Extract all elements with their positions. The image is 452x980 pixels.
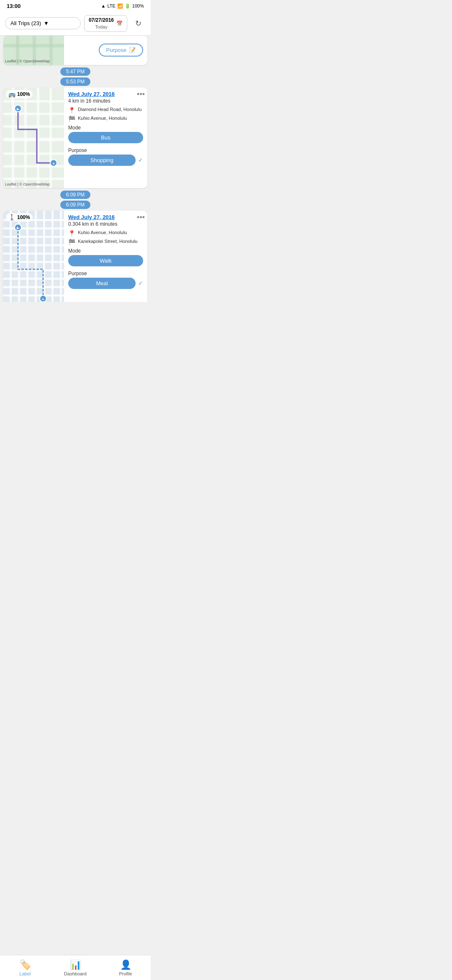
purpose-button-walk[interactable]: Meal: [68, 278, 136, 289]
svg-text:●: ●: [42, 297, 44, 301]
to-location-walk: 🏁 Kanekapolei Street, Honolulu: [68, 238, 143, 245]
trip-date-bus[interactable]: Wed July 27, 2016: [68, 91, 143, 97]
purpose-button-bus[interactable]: Shopping: [68, 155, 136, 166]
date-value: 07/27/2016: [89, 17, 114, 24]
more-button-bus[interactable]: •••: [137, 90, 145, 99]
time-609: 6:09 PM: [60, 191, 91, 199]
wifi-icon: ▲: [101, 3, 106, 8]
time-badge-609b: 6:09 PM: [0, 201, 151, 208]
refresh-icon: ↻: [135, 19, 141, 28]
signal-icon: 📶: [117, 3, 123, 9]
svg-rect-30: [3, 286, 64, 288]
purpose-label-top: Purpose: [106, 47, 126, 53]
svg-rect-40: [60, 211, 62, 302]
purpose-row-bus: Shopping ✓: [68, 155, 143, 166]
time-553: 5:53 PM: [60, 77, 91, 86]
purpose-button-top[interactable]: Purpose 📝: [99, 44, 143, 57]
to-text-bus: Kuhio Avenue, Honolulu: [78, 115, 127, 121]
svg-rect-4: [49, 36, 53, 65]
check-icon-walk: ✓: [138, 280, 143, 286]
svg-rect-36: [26, 211, 28, 302]
trip-card-bus: ▶ ● 🚌 100% Leaflet | © OpenStreetMap •••…: [3, 88, 147, 188]
svg-rect-25: [3, 244, 64, 246]
svg-rect-16: [49, 88, 52, 188]
to-location-bus: 🏁 Kuhio Avenue, Honolulu: [68, 115, 143, 122]
svg-rect-24: [3, 236, 64, 238]
dest-icon-bus: 🏁: [68, 116, 75, 122]
date-box[interactable]: 07/27/2016 Today 📅: [84, 15, 127, 32]
from-text-walk: Kuhio Avenue, Honolulu: [78, 230, 127, 235]
mode-label-walk: Mode: [68, 248, 143, 254]
partial-info: Purpose 📝: [64, 36, 147, 65]
today-label: Today: [89, 24, 114, 30]
svg-rect-34: [10, 211, 12, 302]
check-icon-bus: ✓: [138, 157, 143, 163]
svg-rect-37: [35, 211, 37, 302]
bus-icon: 🚌: [8, 91, 15, 98]
status-bar: 13:00 ▲ LTE 📶 🔋 100%: [0, 0, 151, 12]
status-icons: ▲ LTE 📶 🔋 100%: [101, 3, 144, 9]
mode-badge-bus: 🚌 100%: [6, 90, 33, 98]
time-badge-553: 5:53 PM: [0, 77, 151, 85]
trip-distance-walk: 0.304 km in 6 minutes: [68, 221, 143, 227]
trips-label: All Trips (23): [10, 20, 41, 26]
svg-text:●: ●: [53, 162, 55, 165]
svg-text:▶: ▶: [17, 226, 20, 230]
svg-rect-21: [3, 211, 64, 302]
mode-badge-walk: 🚶 100%: [6, 213, 33, 222]
from-location-walk: 📍 Kuhio Avenue, Honolulu: [68, 230, 143, 237]
chevron-down-icon: ▼: [44, 20, 49, 26]
map-attr-bus: Leaflet | © OpenStreetMap: [5, 182, 50, 186]
purpose-row-walk: Meal ✓: [68, 278, 143, 289]
svg-rect-13: [12, 88, 14, 188]
svg-rect-29: [3, 278, 64, 280]
date-text: 07/27/2016 Today: [89, 17, 114, 30]
dest-icon-walk: 🏁: [68, 239, 75, 245]
svg-rect-23: [3, 227, 64, 230]
scroll-content: Leaflet | © OpenStreetMap Purpose 📝 5:47…: [0, 36, 151, 302]
map-attribution: Leaflet | © OpenStreetMap: [5, 59, 50, 63]
partial-map: Leaflet | © OpenStreetMap: [3, 36, 64, 65]
walk-percent: 100%: [17, 214, 30, 220]
trip-distance-bus: 4 km in 16 minutes: [68, 98, 143, 104]
purpose-label-walk: Purpose: [68, 271, 143, 276]
svg-rect-38: [43, 211, 45, 302]
from-text-bus: Diamond Head Road, Honolulu: [78, 106, 141, 112]
battery-icon: 🔋: [125, 3, 131, 9]
calendar-icon: 📅: [116, 21, 123, 26]
mode-button-bus[interactable]: Bus: [68, 132, 143, 143]
trip-date-walk[interactable]: Wed July 27, 2016: [68, 214, 143, 220]
battery-percent: 100%: [132, 3, 144, 8]
svg-rect-26: [3, 253, 64, 255]
svg-rect-27: [3, 261, 64, 263]
bus-percent: 100%: [17, 91, 30, 97]
map-section-bus: ▶ ● 🚌 100% Leaflet | © OpenStreetMap: [3, 88, 64, 188]
map-section-walk: ▶ ● 🚶 100% Leaflet | © OpenStreetMap: [3, 211, 64, 302]
origin-icon-walk: 📍: [68, 230, 75, 237]
time-609b: 6:09 PM: [60, 201, 91, 209]
to-text-walk: Kanekapolei Street, Honolulu: [78, 238, 137, 244]
origin-icon-bus: 📍: [68, 107, 75, 113]
refresh-button[interactable]: ↻: [131, 16, 146, 31]
partial-card-top: Leaflet | © OpenStreetMap Purpose 📝: [3, 36, 147, 65]
trips-dropdown[interactable]: All Trips (23) ▼: [5, 17, 81, 29]
info-section-walk: ••• Wed July 27, 2016 0.304 km in 6 minu…: [64, 211, 147, 302]
svg-rect-39: [51, 211, 54, 302]
purpose-edit-icon: 📝: [129, 47, 136, 53]
time-badge-609: 6:09 PM: [0, 191, 151, 198]
trip-card-walk: ▶ ● 🚶 100% Leaflet | © OpenStreetMap •••…: [3, 211, 147, 302]
more-button-walk[interactable]: •••: [137, 213, 145, 222]
info-section-bus: ••• Wed July 27, 2016 4 km in 16 minutes…: [64, 88, 147, 188]
from-location-bus: 📍 Diamond Head Road, Honolulu: [68, 106, 143, 113]
time-547: 5:47 PM: [60, 67, 91, 76]
svg-rect-14: [24, 88, 27, 188]
mode-button-walk[interactable]: Walk: [68, 255, 143, 266]
status-time: 13:00: [7, 3, 21, 9]
mode-label-bus: Mode: [68, 125, 143, 131]
time-badge-547: 5:47 PM: [0, 67, 151, 75]
svg-text:▶: ▶: [17, 107, 20, 111]
svg-rect-31: [3, 294, 64, 297]
purpose-label-bus: Purpose: [68, 147, 143, 153]
lte-label: LTE: [108, 3, 116, 8]
walk-icon: 🚶: [8, 214, 15, 221]
